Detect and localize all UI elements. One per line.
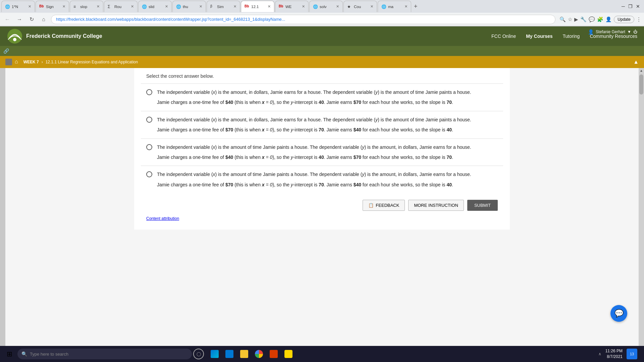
tab-3[interactable]: ≡ slop ✕ bbox=[70, 1, 103, 12]
right-scrollbar[interactable]: ▲ ▼ bbox=[639, 68, 644, 359]
user-dropdown-icon[interactable]: ▼ bbox=[627, 29, 631, 34]
tab-close-7[interactable]: ✕ bbox=[233, 4, 236, 9]
edge-icon bbox=[211, 350, 219, 358]
tab-close-6[interactable]: ✕ bbox=[199, 4, 202, 9]
feedback-button[interactable]: 📋 FEEDBACK bbox=[363, 200, 405, 211]
nav-tutoring[interactable]: Tutoring bbox=[563, 34, 580, 39]
home-button[interactable]: ⌂ bbox=[39, 16, 48, 22]
more-instruction-button[interactable]: MORE INSTRUCTION bbox=[408, 200, 464, 211]
submit-button[interactable]: SUBMIT bbox=[467, 200, 498, 211]
tab-close-4[interactable]: ✕ bbox=[131, 4, 134, 9]
media-icon[interactable]: ▶ bbox=[574, 16, 578, 22]
tab-close-3[interactable]: ✕ bbox=[97, 4, 100, 9]
tab-favicon-2: Bb bbox=[39, 4, 44, 9]
window-controls: ─ ❐ ✕ bbox=[622, 4, 643, 9]
scroll-up-button[interactable]: ▲ bbox=[639, 68, 644, 73]
taskbar-app-task[interactable] bbox=[282, 347, 295, 361]
puzzle-icon[interactable]: 🧩 bbox=[597, 16, 603, 22]
tab-close-11[interactable]: ✕ bbox=[370, 4, 373, 9]
nav-my-courses[interactable]: My Courses bbox=[526, 34, 552, 39]
task-view-button[interactable]: ◯ bbox=[193, 349, 204, 359]
home-breadcrumb-icon[interactable]: ⌂ bbox=[15, 59, 18, 65]
tab-favicon-6: 🌐 bbox=[176, 4, 181, 9]
tab-title-6: thu bbox=[183, 5, 197, 9]
menu-button[interactable]: ⋮ bbox=[636, 16, 641, 22]
taskbar-date-display: 8/7/2021 bbox=[605, 354, 623, 360]
radio-option-4[interactable] bbox=[146, 171, 152, 177]
system-tray-expand[interactable]: ∧ bbox=[598, 352, 601, 356]
tab-8[interactable]: Bb 12.1 ✕ bbox=[241, 1, 274, 12]
taskbar-search-icon: 🔍 bbox=[21, 351, 27, 357]
tab-9[interactable]: Bb WE ✕ bbox=[275, 1, 309, 12]
forward-button[interactable]: → bbox=[15, 16, 24, 22]
left-gutter bbox=[0, 68, 5, 359]
taskbar-search-box[interactable]: 🔍 Type here to search bbox=[17, 349, 192, 359]
tab-7[interactable]: β Sim ✕ bbox=[207, 1, 240, 12]
content-attribution[interactable]: Content attribution bbox=[141, 214, 503, 223]
option-1-part1: The independent variable (x) is the amou… bbox=[157, 88, 471, 96]
tab-close-1[interactable]: ✕ bbox=[28, 4, 31, 9]
new-tab-button[interactable]: + bbox=[412, 3, 420, 10]
breadcrumb-title[interactable]: 12.1.1 Linear Regression Equations and A… bbox=[46, 60, 138, 64]
extension-icon[interactable]: 🔧 bbox=[580, 16, 587, 22]
tab-4[interactable]: Σ Rou ✕ bbox=[104, 1, 138, 12]
reload-button[interactable]: ↻ bbox=[27, 16, 36, 22]
answer-option-4: The independent variable (x) is the amou… bbox=[141, 166, 503, 193]
radio-option-2[interactable] bbox=[146, 117, 152, 123]
tab-5[interactable]: 🌐 slid ✕ bbox=[138, 1, 172, 12]
tab-title-4: Rou bbox=[114, 5, 129, 9]
skype-icon[interactable]: 💬 bbox=[589, 16, 595, 22]
search-icon: 🔍 bbox=[559, 16, 566, 22]
radio-option-3[interactable] bbox=[146, 144, 152, 150]
tab-1[interactable]: 🌐 1*N ✕ bbox=[1, 1, 35, 12]
minimize-button[interactable]: ─ bbox=[622, 4, 625, 9]
task-view-icon: ◯ bbox=[197, 352, 201, 356]
secondary-nav-bar: 🔗 bbox=[0, 46, 644, 56]
tab-title-10: solv bbox=[320, 5, 334, 9]
radio-option-1[interactable] bbox=[146, 89, 152, 95]
breadcrumb-icons: ⌂ bbox=[5, 59, 18, 65]
tab-title-3: slop bbox=[80, 5, 95, 9]
breadcrumb-icon1 bbox=[5, 59, 12, 65]
breadcrumb-week: WEEK 7 bbox=[23, 60, 39, 64]
chat-bubble-button[interactable]: 💬 bbox=[610, 305, 627, 322]
site-title: Frederick Community College bbox=[26, 33, 102, 39]
start-button[interactable]: ⊞ bbox=[3, 347, 16, 361]
taskbar-app-chrome[interactable] bbox=[252, 347, 266, 361]
tab-close-8[interactable]: ✕ bbox=[268, 4, 271, 9]
notification-button[interactable]: 13 bbox=[627, 349, 637, 359]
account-icon[interactable]: 👤 bbox=[605, 16, 612, 22]
tab-11[interactable]: ★ Cou ✕ bbox=[343, 1, 377, 12]
toolbar-icons: 🔍 ☆ ▶ 🔧 💬 🧩 👤 Update ⋮ bbox=[559, 16, 641, 23]
close-button[interactable]: ✕ bbox=[636, 4, 640, 9]
tab-2[interactable]: Bb Sign ✕ bbox=[36, 1, 69, 12]
nav-fcc-online[interactable]: FCC Online bbox=[491, 34, 516, 39]
update-button[interactable]: Update bbox=[614, 16, 634, 23]
tab-close-12[interactable]: ✕ bbox=[405, 4, 408, 9]
logout-icon[interactable]: ⏻ bbox=[633, 29, 637, 34]
breadcrumb-bar: ⌂ WEEK 7 › 12.1.1 Linear Regression Equa… bbox=[0, 56, 644, 68]
taskbar-app-explorer[interactable] bbox=[237, 347, 251, 361]
college-logo-icon bbox=[7, 28, 23, 44]
tab-6[interactable]: 🌐 thu ✕ bbox=[172, 1, 206, 12]
address-input[interactable] bbox=[51, 15, 555, 24]
taskbar-time-display: 11:26 PM bbox=[605, 348, 623, 354]
taskbar-app-office[interactable] bbox=[267, 347, 280, 361]
back-button[interactable]: ← bbox=[3, 16, 12, 22]
taskbar-app-mail[interactable] bbox=[223, 347, 236, 361]
star-icon[interactable]: ☆ bbox=[568, 16, 572, 22]
tab-12[interactable]: 🌐 ma ✕ bbox=[378, 1, 411, 12]
tab-close-2[interactable]: ✕ bbox=[62, 4, 65, 9]
taskbar-app-edge[interactable] bbox=[208, 347, 221, 361]
answer-option-2: The independent variable (x) is the amou… bbox=[141, 111, 503, 138]
answer-option-3: The independent variable (x) is the amou… bbox=[141, 138, 503, 166]
scroll-thumb[interactable] bbox=[639, 74, 643, 95]
user-icon: 👤 bbox=[588, 29, 594, 35]
tab-10[interactable]: 🌐 solv ✕ bbox=[309, 1, 343, 12]
tab-bar: 🌐 1*N ✕ Bb Sign ✕ ≡ slop ✕ Σ Rou ✕ 🌐 sli… bbox=[0, 0, 644, 13]
tab-close-10[interactable]: ✕ bbox=[336, 4, 339, 9]
tab-close-5[interactable]: ✕ bbox=[165, 4, 168, 9]
tab-close-9[interactable]: ✕ bbox=[302, 4, 305, 9]
breadcrumb-collapse-icon[interactable]: ▲ bbox=[633, 59, 639, 65]
restore-button[interactable]: ❐ bbox=[628, 4, 633, 9]
